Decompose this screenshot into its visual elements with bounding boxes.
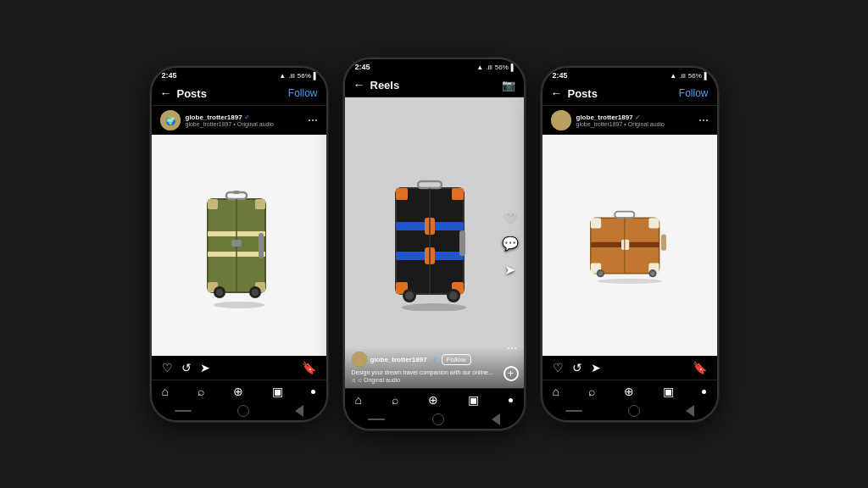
svg-rect-19 bbox=[259, 233, 264, 258]
header-title-left: Posts bbox=[177, 87, 207, 100]
status-time-left: 2:45 bbox=[162, 71, 177, 80]
status-icons-center: ▲ .ill 56%▐ bbox=[476, 64, 513, 71]
options-menu-right[interactable]: ⋯ bbox=[698, 114, 709, 126]
profile-sub-left: globe_trotter1897 • Original audio bbox=[186, 121, 274, 127]
verified-badge-right: ✓ bbox=[635, 114, 641, 121]
svg-rect-49 bbox=[621, 239, 629, 249]
header-title-right: Posts bbox=[568, 87, 598, 100]
gesture-bars-center bbox=[368, 419, 385, 420]
svg-rect-10 bbox=[233, 191, 240, 194]
reel-options-icon[interactable]: ⋯ bbox=[507, 342, 517, 354]
header-title-center: Reels bbox=[370, 79, 400, 92]
nav-bar-center: ⌂ ⌕ ⊕ ▣ bbox=[345, 388, 524, 411]
status-bar-center: 2:45 ▲ .ill 56%▐ bbox=[345, 59, 524, 73]
svg-rect-6 bbox=[255, 199, 265, 209]
svg-point-20 bbox=[402, 303, 466, 311]
profile-row-right: globe_trotter1897 ✓ globe_trotter1897 • … bbox=[542, 106, 717, 135]
comment-icon-left[interactable]: ↺ bbox=[181, 361, 192, 374]
svg-rect-5 bbox=[208, 199, 218, 209]
profile-nav-right[interactable] bbox=[702, 390, 706, 394]
follow-button-right[interactable]: Follow bbox=[679, 87, 709, 99]
bookmark-icon-right[interactable]: 🔖 bbox=[693, 361, 707, 374]
reels-nav-center[interactable]: ▣ bbox=[468, 393, 479, 407]
reel-add-icon[interactable]: + bbox=[504, 366, 519, 381]
signal-icon-c: .ill bbox=[486, 64, 492, 71]
profile-nav-center[interactable] bbox=[509, 398, 513, 402]
svg-point-16 bbox=[216, 289, 223, 296]
profile-name-right: globe_trotter1897 bbox=[576, 114, 633, 121]
svg-point-2 bbox=[214, 302, 264, 308]
suitcase-black bbox=[387, 175, 481, 311]
status-time-right: 2:45 bbox=[553, 71, 568, 80]
battery-icon-r: 56%▐ bbox=[688, 72, 707, 80]
search-nav-center[interactable]: ⌕ bbox=[392, 393, 398, 407]
battery-icon-c: 56%▐ bbox=[495, 64, 514, 71]
like-icon-right[interactable]: ♡ bbox=[553, 361, 564, 374]
svg-rect-44 bbox=[648, 218, 659, 228]
avatar-left[interactable]: 🌍 bbox=[160, 110, 181, 130]
reels-nav-right[interactable]: ▣ bbox=[663, 385, 674, 398]
home-nav-center[interactable]: ⌂ bbox=[355, 393, 362, 407]
bookmark-icon-left[interactable]: 🔖 bbox=[302, 361, 316, 374]
create-nav-center[interactable]: ⊕ bbox=[428, 393, 438, 407]
status-icons-left: ▲ .ill 56%▐ bbox=[279, 72, 315, 80]
signal-icon: .ill bbox=[288, 72, 295, 80]
svg-rect-27 bbox=[418, 181, 442, 188]
comment-icon-right[interactable]: ↺ bbox=[572, 361, 582, 374]
reel-audio-text: ♫ Original audio bbox=[358, 377, 400, 383]
reel-comment-icon[interactable]: 💬 bbox=[502, 235, 519, 251]
follow-button-left[interactable]: Follow bbox=[288, 87, 318, 99]
app-header-left: ← Posts Follow bbox=[152, 81, 326, 106]
profile-info-left: globe_trotter1897 ✓ globe_trotter1897 • … bbox=[186, 114, 274, 127]
svg-rect-43 bbox=[590, 218, 600, 228]
reel-avatar[interactable] bbox=[352, 352, 367, 367]
back-arrow-center[interactable]: ← bbox=[353, 78, 365, 92]
verified-badge-left: ✓ bbox=[244, 114, 250, 121]
reel-side-icons: ♡ 💬 ➤ bbox=[502, 208, 519, 277]
svg-point-53 bbox=[598, 271, 602, 275]
create-nav-right[interactable]: ⊕ bbox=[624, 385, 634, 398]
search-nav-left[interactable]: ⌕ bbox=[198, 385, 204, 398]
back-arrow-left[interactable]: ← bbox=[160, 86, 172, 100]
reel-audio: ♫ ♫ Original audio bbox=[352, 377, 517, 383]
profile-row-left: 🌍 globe_trotter1897 ✓ globe_trotter1897 … bbox=[152, 106, 326, 135]
reel-like-icon[interactable]: ♡ bbox=[504, 208, 516, 225]
reels-nav-left[interactable]: ▣ bbox=[272, 385, 283, 398]
options-menu-left[interactable]: ⋯ bbox=[308, 114, 318, 126]
profile-info-right: globe_trotter1897 ✓ globe_trotter1897 • … bbox=[576, 114, 665, 127]
action-bar-right: ♡ ↺ ➤ 🔖 bbox=[542, 356, 717, 380]
like-icon-left[interactable]: ♡ bbox=[162, 361, 173, 374]
avatar-right[interactable] bbox=[551, 110, 571, 130]
home-nav-right[interactable]: ⌂ bbox=[553, 385, 559, 398]
reel-share-icon[interactable]: ➤ bbox=[504, 261, 515, 277]
svg-text:🌍: 🌍 bbox=[165, 115, 176, 126]
header-left-center: ← Reels bbox=[353, 78, 400, 92]
create-nav-left[interactable]: ⊕ bbox=[233, 385, 243, 398]
phone-right-wrapper: 2:45 ▲ .ill 56%▐ ← Posts Follow bbox=[541, 66, 719, 422]
gesture-triangle-center bbox=[492, 413, 500, 425]
status-bar-left: 2:45 ▲ .ill 56%▐ bbox=[152, 68, 326, 81]
gesture-bars-left bbox=[175, 410, 192, 412]
profile-name-left: globe_trotter1897 bbox=[186, 114, 242, 121]
reel-profile-row: globe_trotter1897 ✓ Follow bbox=[352, 352, 517, 367]
reel-profile-name: globe_trotter1897 bbox=[370, 356, 427, 363]
profile-nav-left[interactable] bbox=[311, 390, 315, 394]
svg-point-34 bbox=[405, 291, 414, 300]
svg-point-18 bbox=[252, 289, 259, 296]
home-nav-left[interactable]: ⌂ bbox=[162, 385, 169, 398]
share-icon-right[interactable]: ➤ bbox=[591, 361, 601, 374]
reel-follow-button[interactable]: Follow bbox=[442, 354, 471, 365]
suitcase-brown bbox=[587, 195, 672, 297]
content-area-left bbox=[152, 135, 326, 356]
search-nav-right[interactable]: ⌕ bbox=[588, 385, 595, 398]
camera-icon-center[interactable]: 📷 bbox=[502, 79, 515, 92]
share-icon-left[interactable]: ➤ bbox=[200, 361, 210, 374]
gesture-bar-right bbox=[542, 402, 717, 420]
back-arrow-right[interactable]: ← bbox=[551, 86, 563, 100]
signal-icon-r: .ill bbox=[679, 72, 686, 80]
battery-icon: 56%▐ bbox=[298, 72, 316, 80]
gesture-triangle-right bbox=[686, 405, 694, 417]
phone-center: 2:45 ▲ .ill 56%▐ ← Reels 📷 bbox=[343, 58, 526, 430]
svg-point-39 bbox=[551, 110, 571, 130]
svg-point-55 bbox=[650, 271, 654, 275]
